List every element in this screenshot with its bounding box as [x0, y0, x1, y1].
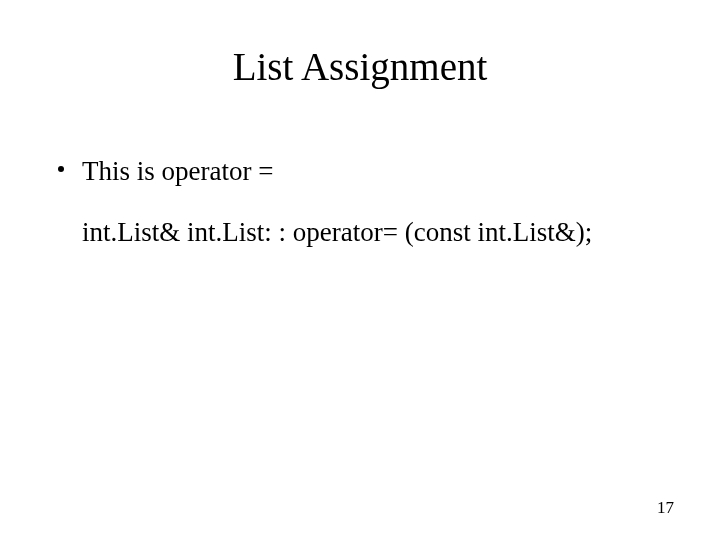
- slide-body: This is operator = int.List& int.List: :…: [58, 152, 662, 252]
- page-number: 17: [657, 498, 674, 518]
- bullet-item: This is operator =: [58, 152, 662, 191]
- bullet-text: This is operator =: [82, 152, 273, 191]
- slide: List Assignment This is operator = int.L…: [0, 0, 720, 540]
- slide-title: List Assignment: [0, 44, 720, 89]
- code-line: int.List& int.List: : operator= (const i…: [82, 213, 662, 252]
- bullet-icon: [58, 166, 64, 172]
